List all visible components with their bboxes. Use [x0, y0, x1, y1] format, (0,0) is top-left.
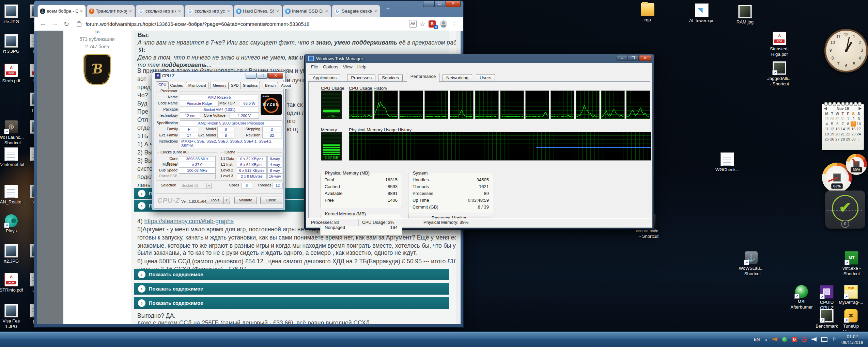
desktop-icon[interactable]: WoWSLau...- Shortcut [735, 251, 768, 277]
calendar-day[interactable]: 31 [840, 116, 846, 121]
browser-tab[interactable]: eHard Drives, SS× [234, 5, 282, 17]
calendar-day[interactable]: 13 [835, 127, 840, 132]
menu-kebab-icon[interactable]: ⋮ [451, 21, 457, 27]
calendar-day[interactable]: 30 [835, 116, 840, 121]
cpuz-tab-mainboard[interactable]: Mainboard [186, 82, 208, 89]
calendar-prev-icon[interactable]: ◀ [824, 106, 827, 111]
calendar-day[interactable]: 17 [856, 127, 862, 132]
calendar-day[interactable]: 9 [851, 121, 856, 127]
url-field[interactable]: forum.worldofwarships.ru/topic/133636-вс… [86, 21, 409, 27]
desktop-icon[interactable]: Plays [0, 214, 28, 234]
action-center-flag-icon[interactable]: ⚐ [832, 336, 837, 343]
desktop-icon[interactable]: MyDefrag-... [835, 285, 867, 305]
cpuz-tab-spd[interactable]: SPD [229, 82, 241, 89]
steamspy-link[interactable]: https://steamspy.com/#tab-graphs [144, 218, 233, 225]
dropdown-arrow-icon[interactable]: ▼ [206, 183, 212, 189]
status-shield-gadget[interactable]: ✔ 0 [825, 191, 865, 229]
calendar-day[interactable]: 8 [846, 121, 851, 127]
calendar-day[interactable]: 27 [835, 137, 840, 142]
tab-close-icon[interactable]: × [227, 9, 231, 14]
tab-close-icon[interactable]: × [177, 9, 182, 14]
close-button[interactable]: ✕ [446, 1, 461, 7]
clock-gadget[interactable]: 123456789101112 [824, 29, 868, 72]
calendar-day[interactable]: 7 [840, 121, 846, 127]
browser-tab[interactable]: eInternal SSD Dr× [283, 5, 331, 17]
tab-networking[interactable]: Networking [443, 74, 472, 82]
tab-close-icon[interactable]: × [128, 9, 133, 14]
calendar-day[interactable]: 2 [851, 116, 856, 121]
profile-avatar[interactable] [440, 20, 447, 28]
minimize-button[interactable]: – [423, 1, 434, 7]
cpuz-tab-memory[interactable]: Memory [211, 82, 229, 89]
calendar-day[interactable]: 20 [835, 132, 840, 137]
desktop-icon[interactable]: Stansted-Riga.pdf [763, 32, 796, 57]
calendar-day[interactable]: 18 [824, 132, 830, 137]
calendar-gadget[interactable]: ◀ Nov 19 ▶ MTWTFSS 282930311234567891011… [822, 104, 864, 150]
calendar-day[interactable]: 1 [846, 116, 851, 121]
cpuz-tab-caches[interactable]: Caches [168, 82, 185, 89]
task-manager-window[interactable]: Windows Task Manager – ❐ ✕ FileOptionsVi… [305, 54, 654, 229]
language-indicator[interactable]: EN [754, 337, 760, 342]
tab-users[interactable]: Users [476, 74, 495, 82]
calendar-day[interactable]: 15 [846, 127, 851, 132]
desktop-icon[interactable]: RAM.jpg [729, 5, 761, 25]
socket-select[interactable]: Socket #1 [180, 183, 208, 188]
cpuz-window[interactable]: CPU-Z – ❐ ✕ CPUCachesMainboardMemorySPDG… [152, 72, 285, 210]
volume-icon[interactable] [811, 337, 817, 342]
validate-button[interactable]: Validate [234, 197, 257, 204]
calendar-day[interactable]: 12 [830, 127, 835, 132]
spoiler-bar[interactable]: ›Показать содержимое [134, 297, 449, 309]
cpu-meter-gadget[interactable]: 03%39% [819, 153, 868, 194]
back-icon[interactable]: ← [40, 20, 46, 28]
tools-dropdown-icon[interactable]: ▼ [223, 197, 230, 204]
tab-close-icon[interactable]: × [79, 9, 83, 14]
calendar-day[interactable]: 29 [830, 116, 835, 121]
maximize-button[interactable]: ❐ [434, 1, 445, 7]
calendar-day[interactable]: 19 [830, 132, 835, 137]
tab-close-icon[interactable]: × [374, 9, 378, 14]
extension-icon[interactable]: B3 [429, 20, 436, 28]
tools-button[interactable]: Tools [206, 197, 224, 204]
red-app-icon[interactable]: B [792, 337, 797, 342]
tab-applications[interactable]: Applications [309, 74, 340, 82]
maximize-button[interactable]: ❐ [628, 55, 639, 61]
green-app-icon[interactable] [782, 337, 787, 342]
desktop-icon[interactable]: AL tower.xps [685, 3, 718, 23]
minimize-button[interactable]: – [246, 73, 257, 79]
calendar-day[interactable]: 30 [851, 137, 856, 142]
calendar-day[interactable]: 24 [856, 132, 862, 137]
close-button[interactable]: ✕ [268, 73, 283, 79]
network-alert-icon[interactable] [802, 337, 807, 342]
calendar-day[interactable]: 10 [856, 121, 862, 127]
calendar-day[interactable]: 3 [856, 116, 862, 121]
bookmark-star-icon[interactable]: ☆ [420, 20, 425, 28]
spoiler-bar[interactable]: ›Показать содержимое [134, 269, 449, 280]
browser-tab[interactable]: Gсколько игр уст× [185, 5, 233, 17]
browser-tab[interactable]: ⚓всем бобра - С× [37, 5, 86, 17]
calendar-day[interactable]: 5 [830, 121, 835, 127]
cpuz-tab-about[interactable]: About [279, 82, 293, 89]
desktop-icon[interactable]: JaggedAlli...- Shortcut [763, 61, 796, 87]
calendar-day[interactable]: 14 [840, 127, 846, 132]
audio-manager-icon[interactable] [772, 337, 777, 342]
calendar-day[interactable]: 28 [824, 116, 830, 121]
tab-processes[interactable]: Processes [347, 74, 375, 82]
taskbar[interactable]: EN ▲ B ⚐ 01:02 09/11/2019 [0, 331, 868, 347]
new-tab-button[interactable]: + [384, 5, 392, 14]
close-dialog-button[interactable]: Close [260, 197, 282, 204]
calendar-day[interactable]: 23 [851, 132, 856, 137]
forward-icon[interactable]: → [52, 20, 58, 28]
cpuz-tab-cpu[interactable]: CPU [156, 81, 169, 89]
calendar-day[interactable]: 25 [824, 137, 830, 142]
translate-icon[interactable]: Aя [409, 20, 417, 28]
calendar-day[interactable]: 16 [851, 127, 856, 132]
desktop-icon[interactable]: WGCheck... [711, 152, 744, 172]
spoiler-bar[interactable]: ›Показать содержимое [134, 283, 449, 295]
desktop-icon[interactable]: TuneUpUtilitie... [835, 309, 867, 334]
tab-close-icon[interactable]: × [276, 9, 280, 14]
calendar-day[interactable]: 1 [856, 137, 862, 142]
desktop-icon[interactable]: vmt.exe -Shortcut [835, 251, 868, 277]
calendar-day[interactable]: 4 [824, 121, 830, 127]
calendar-day[interactable]: 21 [840, 132, 846, 137]
tab-close-icon[interactable]: × [325, 9, 329, 14]
